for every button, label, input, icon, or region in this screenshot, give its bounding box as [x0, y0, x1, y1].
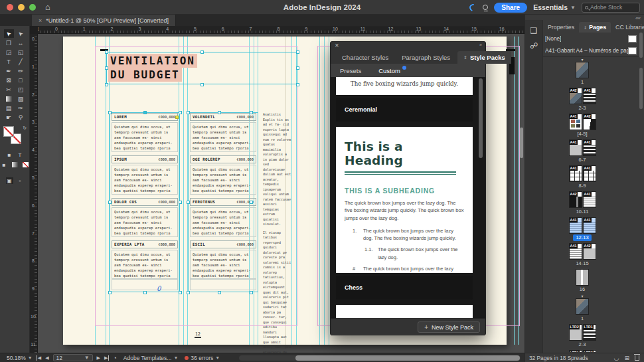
collapse-panel-icon[interactable]: » [479, 43, 481, 47]
page-thumbnail[interactable] [576, 298, 589, 315]
selection-handle[interactable] [187, 201, 190, 204]
workspace-switcher[interactable]: Essentials ▼ [533, 3, 576, 11]
home-icon[interactable]: ⌂ [45, 0, 50, 15]
tab-properties[interactable]: Properties [543, 22, 579, 33]
master-row-a41[interactable]: A41-Gabarit A4 – Numéros de page noirs [543, 45, 639, 56]
gradient-swatch-tool-icon[interactable] [4, 94, 14, 103]
note-tool-icon[interactable]: ▤ [4, 104, 14, 112]
screen-mode-button[interactable]: ▣ [6, 177, 13, 184]
master-row-none[interactable]: [None] [543, 33, 639, 45]
selection-handle[interactable] [218, 291, 221, 294]
spread-item[interactable]: A41A4214-15 [543, 243, 621, 267]
gradient-feather-tool-icon[interactable]: ▨ [16, 94, 26, 103]
tab-style-packs[interactable]: ⇕ Style Packs [457, 51, 511, 64]
panel-header[interactable]: ✕ » [331, 42, 485, 50]
selection-handle[interactable] [105, 50, 108, 54]
spread-item[interactable]: ▾1 [543, 295, 621, 322]
page-thumbnail[interactable]: LTR2 [569, 324, 582, 341]
subtab-presets[interactable]: Presets [340, 67, 361, 74]
direct-selection-tool-icon[interactable]: ➤ [16, 29, 26, 38]
spread-item[interactable]: A41A42[4-5] [543, 114, 621, 137]
selection-handle[interactable] [143, 291, 147, 294]
preflight-profile-dropdown[interactable]: Adobe Templates... ▼ [123, 355, 179, 361]
rectangle-tool-icon[interactable]: □ [16, 76, 26, 84]
page-thumbnail[interactable]: A41 [583, 217, 596, 234]
previous-page-button[interactable]: ◀ [45, 355, 48, 361]
spread-item[interactable]: A42A412-3 [543, 88, 621, 112]
next-page-button[interactable]: ▶ [97, 355, 100, 361]
page-thumbnail[interactable] [576, 62, 589, 78]
share-button[interactable]: Share [494, 3, 527, 13]
pen-tool-icon[interactable]: ✒ [4, 66, 14, 75]
tab-paragraph-styles[interactable]: Paragraph Styles [396, 51, 456, 64]
normal-view-button[interactable]: ▫ [17, 177, 24, 184]
frame-tool-icon[interactable]: ⊠ [4, 76, 14, 84]
spread-item[interactable]: A41A4112-13 [543, 217, 621, 241]
links-icon[interactable]: ☍ [525, 41, 542, 50]
table-column-1[interactable]: LOREM€000,000Quiatem qui dimu occus, ut … [110, 112, 180, 292]
hand-tool-icon[interactable]: ☛ [4, 113, 14, 122]
formatting-affects-text-button[interactable]: T [17, 151, 24, 158]
new-style-pack-button[interactable]: + New Style Pack [418, 321, 480, 333]
minimize-window-button[interactable] [18, 4, 25, 11]
subtab-custom[interactable]: Custom [378, 67, 400, 74]
page-thumbnail[interactable]: A42 [569, 191, 582, 208]
close-panel-icon[interactable]: ✕ [335, 43, 339, 48]
gap-tool-icon[interactable]: ↔ [16, 39, 26, 47]
page-number-dropdown[interactable]: 12 ▼ [53, 354, 93, 361]
fill-stroke-swatches[interactable]: ↻ [3, 126, 27, 148]
corner-edit-handle[interactable] [175, 116, 179, 119]
tab-pages[interactable]: ⇕ Pages [579, 22, 611, 33]
style-pack-chess[interactable]: Chess [336, 276, 473, 300]
page-thumbnail[interactable]: A41 [583, 139, 596, 156]
last-spread-button[interactable]: ▶ [104, 355, 109, 361]
stock-search-box[interactable] [582, 3, 640, 13]
selection-handle[interactable] [250, 201, 253, 204]
formatting-affects-container-button[interactable]: ■ [6, 151, 13, 158]
panel-scrollbar[interactable] [479, 78, 483, 158]
style-pack-preview-card[interactable]: This is a Heading THIS IS A SUBHEADING T… [336, 127, 473, 273]
canvas-vertical-scrollbar[interactable] [520, 128, 523, 158]
spread-item[interactable]: A42A4110-11 [543, 191, 621, 215]
style-pack-preview-top[interactable]: The five boxing wizards jump quickly. [336, 77, 473, 95]
selection-handle[interactable] [105, 66, 108, 70]
style-packs-list[interactable]: The five boxing wizards jump quickly. Ce… [331, 77, 485, 318]
new-spread-icon[interactable]: ⊞ [624, 355, 629, 361]
spread-item[interactable]: A41A418-9 [543, 165, 621, 189]
spread-item[interactable]: A41A416-7 [543, 139, 621, 163]
fill-swatch-none[interactable] [3, 126, 14, 137]
tab-cc-libraries[interactable]: CC Librarie [611, 22, 644, 33]
selection-handle[interactable] [201, 50, 204, 54]
zoom-level-dropdown[interactable]: 50.18% ▼ [7, 355, 33, 361]
page-thumbnail[interactable]: A42 [583, 114, 596, 130]
close-window-button[interactable] [7, 4, 13, 11]
page-thumbnail[interactable]: LTR2 [583, 350, 596, 352]
apply-gradient-button[interactable] [11, 161, 19, 168]
selection-handle[interactable] [108, 111, 112, 114]
selection-handle[interactable] [108, 201, 112, 204]
page-thumbnail[interactable]: A41 [583, 88, 596, 104]
line-tool-icon[interactable]: ╱ [16, 57, 26, 66]
document-tab[interactable]: × *Untitled-1 @ 50% [GPU Preview] [Conve… [32, 15, 176, 26]
page-thumbnail[interactable]: LTR1 [583, 324, 596, 341]
close-tab-icon[interactable]: × [39, 17, 42, 24]
edit-page-size-icon[interactable]: ◡ [614, 355, 619, 361]
page-thumbnail[interactable]: A41 [583, 191, 596, 208]
page-thumbnail[interactable]: A41 [569, 114, 582, 130]
spread-item[interactable]: LTR1LTR2 [543, 350, 621, 352]
style-pack-preview-next[interactable] [336, 305, 473, 318]
scissors-tool-icon[interactable]: ✂ [4, 85, 14, 94]
selection-handle[interactable] [187, 291, 190, 294]
selection-handle[interactable] [179, 201, 182, 204]
page-thumbnail[interactable]: A41 [569, 139, 582, 156]
first-spread-button[interactable]: ◀ [37, 355, 41, 361]
style-pack-ceremonial[interactable]: Ceremonial [336, 98, 473, 122]
spread-item[interactable]: ▾1 [543, 58, 621, 86]
layers-icon[interactable]: ❑ [525, 26, 542, 35]
selection-handle[interactable] [250, 111, 253, 114]
page-thumbnail[interactable]: LTR1 [569, 350, 582, 352]
selection-handle[interactable] [187, 111, 190, 114]
page-thumbnail[interactable]: A42 [569, 88, 582, 104]
swap-fill-stroke-icon[interactable]: ↻ [23, 126, 27, 131]
selection-handle[interactable] [108, 291, 112, 294]
